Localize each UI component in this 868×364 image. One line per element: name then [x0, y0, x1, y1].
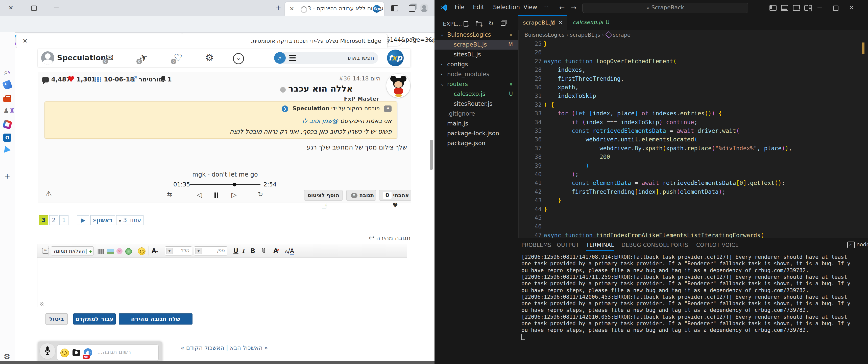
editor-textarea[interactable]	[37, 258, 406, 298]
new-folder-icon[interactable]	[476, 22, 482, 26]
vscode-minimize-button[interactable]	[817, 7, 822, 8]
sidebar-settings-icon[interactable]: ⚙	[3, 352, 10, 361]
user-avatar[interactable]	[41, 51, 54, 64]
settings-gear-icon[interactable]: ⚙	[205, 52, 214, 63]
smilies-icon[interactable]	[138, 247, 146, 255]
code-editor[interactable]: 25}2627async function loopOverFetchedEle…	[518, 39, 862, 238]
remove-format-icon[interactable]: A✕	[273, 247, 282, 254]
explorer-item-node_modules[interactable]: ›node_modules	[434, 69, 518, 79]
camera-icon[interactable]	[72, 350, 80, 356]
tab-close-icon[interactable]: ✕	[558, 20, 563, 26]
explorer-item-main.js[interactable]: main.js	[434, 119, 518, 129]
advanced-button[interactable]: עבור למתקדם	[73, 313, 116, 325]
drop-icon[interactable]	[4, 146, 11, 154]
send-reply-button[interactable]: שלח תגובה מהירה	[119, 313, 192, 325]
insert-link-icon[interactable]	[125, 248, 132, 255]
history-back-icon[interactable]: ←	[559, 4, 565, 11]
page-button-2[interactable]: 2	[49, 215, 58, 225]
refresh-icon[interactable]: ↻	[412, 36, 417, 43]
window-close-button[interactable]: ✕	[8, 0, 13, 16]
font-family-dropdown[interactable]: ▼גופן	[194, 246, 227, 255]
emoji-icon[interactable]	[60, 348, 69, 357]
explorer-item-package.json[interactable]: package.json	[434, 138, 518, 148]
panel-tab-debug-console[interactable]: DEBUG CONSOLE	[621, 242, 670, 248]
explorer-item-calcsexp.js[interactable]: calcsexp.jsU	[434, 89, 518, 99]
italic-icon[interactable]: I	[243, 247, 245, 254]
panel-tab-terminal[interactable]: TERMINAL	[586, 242, 614, 251]
code-line-41[interactable]: 41 const elementData = await retrievedEl…	[518, 178, 857, 188]
profile-avatar[interactable]	[420, 3, 429, 12]
panel-tab-copilot-voice[interactable]: COPILOT VOICE	[696, 242, 739, 248]
bottom-scrollbar[interactable]	[0, 361, 434, 364]
search-icon[interactable]: ⌕	[4, 68, 12, 76]
explorer-item-configs[interactable]: ›configs	[434, 59, 518, 69]
toggle-secondary-sidebar-icon[interactable]	[793, 5, 800, 11]
collapse-folders-icon[interactable]: −	[501, 21, 505, 26]
code-line-25[interactable]: 25}	[518, 39, 857, 48]
next-icon[interactable]: ▷	[231, 191, 237, 199]
code-line-31[interactable]: 31 indexToSkip	[518, 91, 857, 101]
code-line-45[interactable]: 45	[518, 214, 857, 222]
search-submit-icon[interactable]: ⌕	[274, 52, 286, 64]
page-scrollbar-thumb[interactable]	[430, 140, 433, 170]
code-line-38[interactable]: 38 200	[518, 152, 857, 161]
insert-image-icon[interactable]	[107, 249, 114, 254]
quick-comment-input[interactable]: on רשום תגובה...	[57, 344, 159, 361]
notification-close-icon[interactable]: ✕	[23, 37, 28, 45]
new-tab-button[interactable]: +	[275, 0, 281, 16]
quote-author[interactable]: Speculation	[292, 105, 330, 112]
microsoft-365-icon[interactable]	[2, 119, 12, 129]
sidebar-add-icon[interactable]: +	[4, 171, 10, 180]
code-line-44[interactable]: 44}	[518, 205, 857, 214]
refresh-explorer-icon[interactable]: ↻	[489, 20, 493, 27]
code-line-47[interactable]: 47async function findIndexFromAlikeEleme…	[518, 231, 857, 238]
attach-icon[interactable]	[261, 248, 266, 254]
quote-tool-icon[interactable]: ❝	[42, 248, 49, 254]
font-size-dropdown[interactable]: ▼גודל	[165, 246, 192, 255]
browser-tab[interactable]: ✕ עוד יום ללא עבודה בהייטקס - 3 - fxp	[285, 2, 384, 16]
mic-button[interactable]	[39, 343, 56, 359]
window-maximize-button[interactable]	[31, 5, 37, 11]
tools-icon[interactable]	[3, 96, 11, 102]
explorer-item-BuisnessLogics[interactable]: ⌄BuisnessLogics	[434, 30, 518, 40]
like-button[interactable]: 0אהבתי ♥	[379, 190, 411, 201]
seek-handle[interactable]	[232, 183, 237, 187]
new-file-icon[interactable]	[464, 21, 468, 27]
explorer-item-package-lock.json[interactable]: package-lock.json	[434, 129, 518, 138]
page-select[interactable]: עמוד 3 ▼	[116, 215, 144, 225]
panel-tab-problems[interactable]: PROBLEMS	[521, 242, 552, 248]
panel-tab-ports[interactable]: PORTS	[671, 242, 688, 248]
vscode-close-button[interactable]: ✕	[849, 4, 855, 11]
unlink-icon[interactable]: ✕	[117, 248, 123, 254]
cancel-button[interactable]: ביטול	[45, 313, 68, 325]
post-number[interactable]: #36	[339, 75, 350, 82]
explorer-item-sitesBL.js[interactable]: sitesBL.js	[434, 50, 518, 59]
command-center-search[interactable]: ⌕ ScrapeBack	[582, 3, 748, 13]
tab-scrapebl[interactable]: scrapeBL.js M ✕	[518, 15, 567, 30]
post-avatar[interactable]	[386, 74, 410, 97]
pause-icon[interactable]	[214, 192, 219, 200]
code-line-34[interactable]: 34 if (index === indexToSkip) continue;	[518, 118, 857, 127]
panel-tab-output[interactable]: OUTPUT	[557, 242, 579, 248]
first-page-button[interactable]: »ראשון	[90, 215, 115, 225]
insert-video-icon[interactable]	[97, 249, 104, 254]
explorer-item-scrapeBL.js[interactable]: scrapeBL.jsM	[434, 40, 518, 50]
menu-selection[interactable]: Selection	[493, 4, 520, 10]
mention-link[interactable]: @שמן וטוב לו	[302, 117, 338, 124]
explorer-item-.gitignore[interactable]: .gitignore	[434, 109, 518, 119]
next-page-button[interactable]: ▶	[77, 215, 89, 225]
toggle-panel-icon[interactable]	[781, 5, 788, 11]
toggle-sidebar-icon[interactable]	[770, 5, 777, 11]
explorer-item-sitesRouter.js[interactable]: sitesRouter.js	[434, 99, 518, 109]
menu-file[interactable]: File	[455, 4, 465, 10]
page-button-1[interactable]: 1	[59, 215, 68, 225]
menu-edit[interactable]: Edit	[473, 4, 484, 10]
history-forward-icon[interactable]: →	[571, 4, 577, 11]
code-line-39[interactable]: 39 )	[518, 161, 857, 170]
repeat-icon[interactable]: ↻	[258, 191, 263, 198]
underline-icon[interactable]: U	[234, 247, 239, 254]
menu-more-icon[interactable]: ···	[543, 4, 549, 10]
code-line-29[interactable]: 29 firstThreeTrending,	[518, 74, 857, 83]
previous-icon[interactable]: ◁	[197, 191, 202, 199]
code-line-40[interactable]: 40 );	[518, 170, 857, 179]
